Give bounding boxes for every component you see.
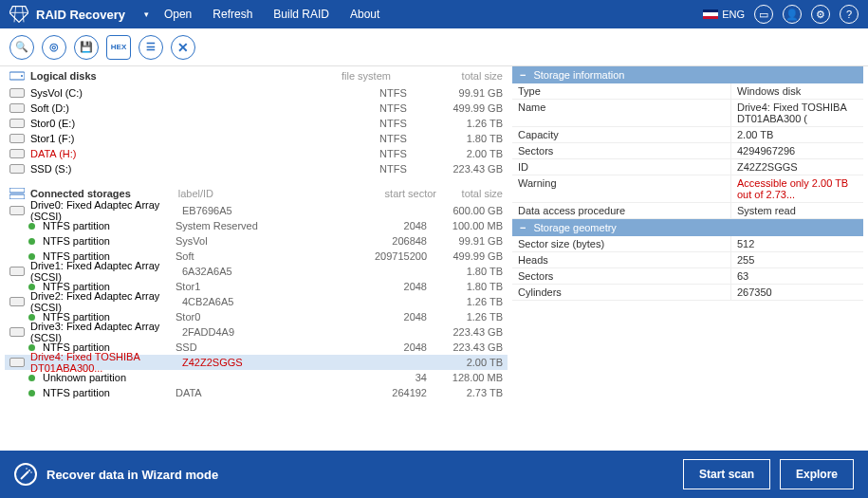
disk-icon bbox=[9, 149, 25, 158]
partition-dot-icon bbox=[28, 344, 35, 351]
logical-disk-row[interactable]: SysVol (C:) NTFS 99.91 GB bbox=[5, 85, 508, 101]
drive-icon bbox=[9, 206, 25, 215]
disk-icon bbox=[9, 103, 25, 113]
user-icon[interactable]: 👤 bbox=[783, 5, 802, 24]
storage-size: 600.00 GB bbox=[427, 205, 503, 216]
left-panel: Logical disks file system total size Sys… bbox=[0, 66, 512, 451]
menu-build-raid[interactable]: Build RAID bbox=[273, 8, 329, 21]
flag-icon bbox=[703, 9, 718, 19]
footer-buttons: Start scan Explore bbox=[683, 459, 854, 489]
hex-view-button[interactable]: HEX bbox=[106, 35, 131, 60]
settings-icon[interactable]: ⚙ bbox=[811, 5, 830, 24]
start-scan-button[interactable]: Start scan bbox=[683, 459, 770, 489]
storage-label: DATA bbox=[175, 387, 351, 398]
collapse-icon[interactable]: − bbox=[520, 69, 526, 81]
info-row: Cylinders 267350 bbox=[512, 285, 863, 301]
info-section-header[interactable]: −Storage information bbox=[512, 66, 863, 83]
info-value: 267350 bbox=[730, 285, 863, 300]
logical-disk-row[interactable]: SSD (S:) NTFS 223.43 GB bbox=[5, 161, 508, 176]
storage-size: 1.80 TB bbox=[427, 266, 503, 277]
start-sector: 209715200 bbox=[351, 250, 427, 262]
storage-label: 2FADD4A9 bbox=[182, 326, 351, 338]
info-value: 4294967296 bbox=[730, 143, 863, 158]
drive-icon bbox=[9, 358, 25, 367]
storage-label: EB7696A5 bbox=[182, 205, 351, 216]
drive-row[interactable]: Drive4: Fixed TOSHIBA DT01ABA300... Z42Z… bbox=[5, 355, 508, 370]
storage-size: 1.80 TB bbox=[427, 281, 503, 292]
info-row: Sectors 4294967296 bbox=[512, 143, 863, 159]
storages-icon bbox=[9, 188, 25, 199]
start-sector: 206848 bbox=[351, 235, 427, 247]
drive-row[interactable]: Drive0: Fixed Adaptec Array (SCSI) EB769… bbox=[5, 203, 508, 218]
logical-disk-row[interactable]: Stor0 (E:) NTFS 1.26 TB bbox=[5, 116, 508, 131]
disk-icon bbox=[9, 134, 25, 143]
svg-marker-0 bbox=[9, 7, 28, 23]
search-icon[interactable]: 🔍 bbox=[9, 35, 34, 60]
partition-row[interactable]: NTFS partition SysVol 206848 99.91 GB bbox=[5, 233, 508, 249]
storage-name: Drive4: Fixed TOSHIBA DT01ABA300... bbox=[30, 351, 182, 374]
drive-row[interactable]: Drive3: Fixed Adaptec Array (SCSI) 2FADD… bbox=[5, 324, 508, 340]
target-icon[interactable]: ◎ bbox=[42, 35, 66, 60]
drive-row[interactable]: Drive1: Fixed Adaptec Array (SCSI) 6A32A… bbox=[5, 264, 508, 279]
partition-row[interactable]: Unknown partition 34 128.00 MB bbox=[5, 370, 508, 385]
drive-row[interactable]: Drive2: Fixed Adaptec Array (SCSI) 4CB2A… bbox=[5, 294, 508, 309]
start-sector: 264192 bbox=[351, 387, 427, 398]
info-key: Type bbox=[512, 83, 730, 99]
storage-label: 6A32A6A5 bbox=[182, 266, 351, 277]
svg-line-8 bbox=[21, 471, 28, 479]
disk-fs: NTFS bbox=[379, 148, 436, 159]
svg-point-5 bbox=[21, 75, 23, 77]
info-key: Data access procedure bbox=[512, 203, 730, 218]
save-icon[interactable]: 💾 bbox=[74, 35, 99, 60]
partition-row[interactable]: NTFS partition DATA 264192 2.73 TB bbox=[5, 385, 508, 400]
logical-disk-row[interactable]: DATA (H:) NTFS 2.00 TB bbox=[5, 146, 508, 161]
disk-size: 223.43 GB bbox=[436, 163, 503, 175]
app-title: RAID Recovery bbox=[36, 8, 125, 22]
partition-dot-icon bbox=[28, 253, 35, 260]
disk-size: 2.00 TB bbox=[436, 148, 503, 159]
info-value: Drive4: Fixed TOSHIBA DT01ABA300 ( bbox=[730, 100, 863, 126]
info-value: System read bbox=[730, 203, 863, 218]
info-key: Name bbox=[512, 100, 730, 126]
info-key: Heads bbox=[512, 252, 730, 267]
info-row: Heads 255 bbox=[512, 252, 863, 268]
partition-row[interactable]: NTFS partition System Reserved 2048 100.… bbox=[5, 218, 508, 233]
disk-size: 99.91 GB bbox=[436, 87, 503, 99]
close-icon[interactable]: ✕ bbox=[171, 35, 195, 60]
info-row: Sector size (bytes) 512 bbox=[512, 236, 863, 252]
info-value: Accessible only 2.00 TB out of 2.73... bbox=[730, 175, 863, 202]
footer: Recover data in Wizard mode Start scan E… bbox=[0, 451, 868, 498]
menu-about[interactable]: About bbox=[350, 8, 379, 21]
dashboard-icon[interactable]: ▭ bbox=[754, 5, 773, 24]
start-sector: 2048 bbox=[351, 220, 427, 231]
start-sector: 2048 bbox=[351, 341, 427, 353]
logo-box: RAID Recovery bbox=[9, 6, 125, 23]
drive-icon bbox=[9, 297, 25, 306]
svg-line-3 bbox=[22, 7, 24, 23]
info-key: Sectors bbox=[512, 268, 730, 284]
menu-refresh[interactable]: Refresh bbox=[212, 8, 252, 21]
disk-name: Soft (D:) bbox=[30, 102, 182, 114]
storage-label: Z42Z2SGGS bbox=[182, 357, 351, 368]
explore-button[interactable]: Explore bbox=[780, 459, 854, 489]
disk-size: 1.26 TB bbox=[436, 118, 503, 129]
collapse-icon[interactable]: − bbox=[520, 222, 526, 233]
list-icon[interactable]: ☰ bbox=[139, 35, 163, 60]
storage-label: 4CB2A6A5 bbox=[182, 296, 351, 307]
menu-open[interactable]: Open bbox=[164, 8, 192, 21]
partition-dot-icon bbox=[28, 284, 35, 290]
storage-size: 499.99 GB bbox=[427, 250, 503, 262]
language-selector[interactable]: ENG bbox=[703, 9, 745, 20]
storage-size: 1.26 TB bbox=[427, 296, 503, 307]
menu-dropdown-icon[interactable]: ▾ bbox=[144, 9, 149, 19]
info-row: Data access procedure System read bbox=[512, 203, 863, 219]
logical-disk-row[interactable]: Soft (D:) NTFS 499.99 GB bbox=[5, 101, 508, 116]
help-icon[interactable]: ? bbox=[840, 5, 859, 24]
logical-disk-row[interactable]: Stor1 (F:) NTFS 1.80 TB bbox=[5, 131, 508, 146]
svg-rect-6 bbox=[9, 188, 25, 193]
partition-dot-icon bbox=[28, 238, 35, 245]
geometry-section-header[interactable]: −Storage geometry bbox=[512, 219, 863, 236]
info-value: Z42Z2SGGS bbox=[730, 159, 863, 175]
svg-point-11 bbox=[30, 471, 32, 473]
wizard-button[interactable]: Recover data in Wizard mode bbox=[14, 463, 218, 486]
